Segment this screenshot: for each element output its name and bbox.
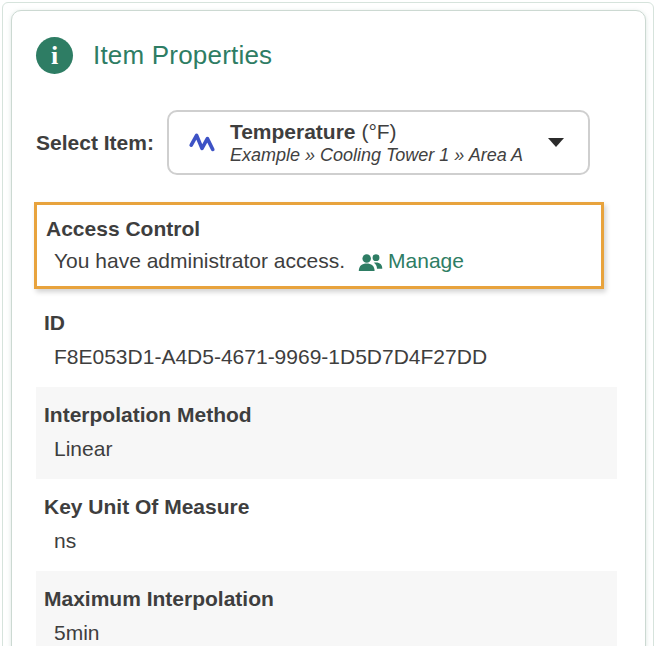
property-name: Key Unit Of Measure <box>44 489 609 525</box>
property-name: Maximum Interpolation <box>44 581 609 617</box>
access-control-section: Access Control You have administrator ac… <box>34 202 604 289</box>
selected-item-path: Example » Cooling Tower 1 » Area A <box>230 144 538 166</box>
property-value: F8E053D1-A4D5-4671-9969-1D5D7D4F27DD <box>44 341 609 373</box>
panel-header: i Item Properties <box>36 37 617 74</box>
access-control-message: You have administrator access. <box>54 245 345 277</box>
access-control-message-line: You have administrator access. Manage <box>46 245 591 277</box>
item-select-dropdown[interactable]: Temperature (°F) Example » Cooling Tower… <box>167 110 590 175</box>
property-row: Maximum Interpolation 5min <box>36 571 617 646</box>
property-value: 5min <box>44 617 609 646</box>
property-row: Interpolation Method Linear <box>36 387 617 479</box>
users-icon[interactable] <box>357 253 383 272</box>
select-item-label: Select Item: <box>36 131 154 155</box>
access-control-title: Access Control <box>46 212 591 245</box>
property-value: Linear <box>44 433 609 465</box>
panel-title: Item Properties <box>93 40 272 71</box>
property-name: Interpolation Method <box>44 397 609 433</box>
property-value: ns <box>44 525 609 557</box>
signal-icon <box>188 129 216 157</box>
manage-link[interactable]: Manage <box>388 245 464 277</box>
select-item-row: Select Item: Temperature (°F) Example » … <box>36 110 617 175</box>
caret-down-icon <box>548 138 564 147</box>
item-properties-panel: i Item Properties Select Item: Temperatu… <box>11 10 646 646</box>
info-circle-icon: i <box>36 37 73 74</box>
selected-item-text: Temperature (°F) Example » Cooling Tower… <box>230 119 538 166</box>
properties-list: ID F8E053D1-A4D5-4671-9969-1D5D7D4F27DD … <box>36 295 617 646</box>
property-name: ID <box>44 305 609 341</box>
property-row: ID F8E053D1-A4D5-4671-9969-1D5D7D4F27DD <box>36 295 617 387</box>
property-row: Key Unit Of Measure ns <box>36 479 617 571</box>
selected-item-name: Temperature (°F) <box>230 119 538 144</box>
